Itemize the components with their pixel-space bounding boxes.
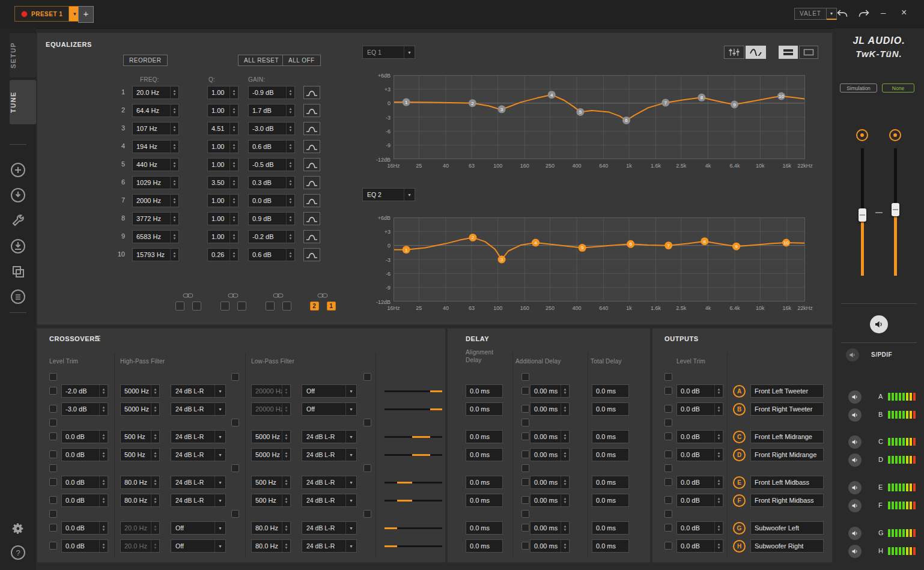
hpf-frequency-spinner[interactable]: 80.0 Hz▲▼ [120,476,160,489]
alignment-delay-field[interactable]: 0.0 ms [466,402,503,416]
channel-name-field[interactable]: Subwoofer Right [750,539,824,553]
band-q-spinner[interactable]: 4.51▲▼ [207,122,239,135]
hpf-frequency-spinner[interactable]: 500 Hz▲▼ [120,430,160,443]
eq-band-marker[interactable]: 5 [579,244,586,252]
stepper-arrows-icon[interactable]: ▲▼ [286,86,294,99]
lpf-frequency-spinner[interactable]: 500 Hz▲▼ [251,494,291,507]
master-volume-icon[interactable] [870,315,888,333]
level-trim-spinner[interactable]: -3.0 dB▲▼ [61,402,108,416]
eq-band-marker[interactable]: 4 [532,239,540,247]
delay-link-checkbox[interactable] [521,510,529,518]
stepper-arrows-icon[interactable]: ▲▼ [99,385,108,397]
eq-band-marker[interactable]: 1 [403,246,410,253]
stepper-arrows-icon[interactable]: ▲▼ [282,522,290,534]
lpf-slope-dropdown[interactable]: 24 dB L-R▼ [302,476,357,489]
hpf-slope-dropdown[interactable]: 24 dB L-R▼ [171,402,226,416]
band-q-spinner[interactable]: 3.50▲▼ [207,176,239,189]
row-enable-checkbox[interactable] [521,524,529,532]
hpf-slope-dropdown[interactable]: 24 dB L-R▼ [171,476,226,489]
row-enable-checkbox[interactable] [49,387,57,395]
eq-select-dropdown[interactable]: EQ 2▼ [362,188,415,201]
stepper-arrows-icon[interactable]: ▲▼ [229,213,238,225]
additional-delay-spinner[interactable]: 0.00 ms▲▼ [530,539,570,553]
lpf-slope-dropdown[interactable]: 24 dB L-R▼ [302,448,357,461]
band-gain-spinner[interactable]: 0.6 dB▲▼ [248,140,295,153]
band-frequency-spinner[interactable]: 1029 Hz▲▼ [132,176,179,189]
trim-link-checkbox[interactable] [49,510,57,518]
row-enable-checkbox[interactable] [664,405,672,413]
level-trim-spinner[interactable]: 0.0 dB▲▼ [61,521,108,535]
output-trim-spinner[interactable]: 0.0 dB▲▼ [676,494,723,507]
lpf-frequency-spinner[interactable]: 5000 Hz▲▼ [251,430,291,443]
right-fader-handle[interactable] [892,203,899,216]
bell-filter-button[interactable] [303,86,320,99]
valet-button[interactable]: VALET [794,8,827,20]
band-frequency-spinner[interactable]: 64.4 Hz▲▼ [132,104,179,117]
hpf-slope-dropdown[interactable]: 24 dB L-R▼ [171,384,226,398]
eq-select-dropdown[interactable]: EQ 1▼ [362,46,415,59]
band-gain-spinner[interactable]: 0.0 dB▲▼ [248,194,295,207]
band-frequency-spinner[interactable]: 3772 Hz▲▼ [132,212,179,225]
eq-band-marker[interactable]: 5 [576,108,584,116]
row-enable-checkbox[interactable] [49,432,57,440]
channel-name-field[interactable]: Front Left Midrange [750,430,824,443]
level-trim-spinner[interactable]: 0.0 dB▲▼ [61,430,108,443]
stepper-arrows-icon[interactable]: ▲▼ [714,540,723,552]
band-frequency-spinner[interactable]: 2000 Hz▲▼ [132,194,179,207]
hpf-slope-dropdown[interactable]: Off▼ [171,521,226,535]
eq-assign-checkbox[interactable] [282,302,291,311]
stepper-arrows-icon[interactable]: ▲▼ [561,494,569,506]
spdif-mute-button[interactable] [846,348,859,362]
hpf-slope-dropdown[interactable]: 24 dB L-R▼ [171,448,226,461]
output-trim-spinner[interactable]: 0.0 dB▲▼ [676,521,723,535]
band-link-checkbox[interactable] [363,373,371,381]
eq-assign-checkbox[interactable] [175,302,184,311]
stepper-arrows-icon[interactable]: ▲▼ [229,123,238,135]
eq-band-marker[interactable]: 9 [731,101,738,109]
stepper-arrows-icon[interactable]: ▲▼ [286,177,294,189]
all-reset-button[interactable]: ALL RESET [238,55,285,66]
eq-curve-view-button[interactable] [746,46,766,59]
bell-filter-button[interactable] [303,248,320,261]
stepper-arrows-icon[interactable]: ▲▼ [714,476,723,488]
stepper-arrows-icon[interactable]: ▲▼ [286,159,294,171]
output-link-checkbox[interactable] [664,373,672,381]
bell-filter-button[interactable] [303,158,320,171]
lpf-frequency-spinner[interactable]: 5000 Hz▲▼ [251,448,291,461]
row-enable-checkbox[interactable] [521,387,529,395]
row-enable-checkbox[interactable] [521,496,529,504]
list-icon[interactable] [10,289,26,305]
stepper-arrows-icon[interactable]: ▲▼ [286,123,294,135]
channel-name-field[interactable]: Front Left Tweeter [750,384,824,398]
stepper-arrows-icon[interactable]: ▲▼ [561,476,569,488]
lpf-slope-dropdown[interactable]: Off▼ [302,402,357,416]
stepper-arrows-icon[interactable]: ▲▼ [561,403,569,415]
filter-link-checkbox[interactable] [231,419,239,426]
channel-mute-button[interactable] [848,453,862,467]
band-frequency-spinner[interactable]: 15793 Hz▲▼ [132,248,179,261]
filter-link-checkbox[interactable] [231,373,239,381]
stepper-arrows-icon[interactable]: ▲▼ [170,177,178,189]
open-icon[interactable] [10,187,26,203]
eq-band-marker[interactable]: 8 [701,237,708,245]
row-enable-checkbox[interactable] [664,450,672,458]
lpf-frequency-spinner[interactable]: 80.0 Hz▲▼ [251,539,291,553]
stepper-arrows-icon[interactable]: ▲▼ [151,403,159,415]
eq-band-marker[interactable]: 4 [548,91,556,99]
row-enable-checkbox[interactable] [521,405,529,413]
hpf-frequency-spinner[interactable]: 5000 Hz▲▼ [120,402,160,416]
hpf-slope-dropdown[interactable]: Off▼ [171,539,226,553]
band-gain-spinner[interactable]: -0.9 dB▲▼ [248,86,295,99]
additional-delay-spinner[interactable]: 0.00 ms▲▼ [530,476,570,489]
row-enable-checkbox[interactable] [49,405,57,413]
hpf-frequency-spinner[interactable]: 500 Hz▲▼ [120,448,160,461]
bell-filter-button[interactable] [303,230,320,243]
band-gain-spinner[interactable]: 0.9 dB▲▼ [248,212,295,225]
alignment-delay-field[interactable]: 0.0 ms [466,494,503,507]
band-link-checkbox[interactable] [363,419,371,426]
band-gain-spinner[interactable]: 0.3 dB▲▼ [248,176,295,189]
hpf-frequency-spinner[interactable]: 80.0 Hz▲▼ [120,494,160,507]
row-enable-checkbox[interactable] [664,432,672,440]
stepper-arrows-icon[interactable]: ▲▼ [561,385,569,397]
eq-band-marker[interactable]: 6 [627,240,634,248]
